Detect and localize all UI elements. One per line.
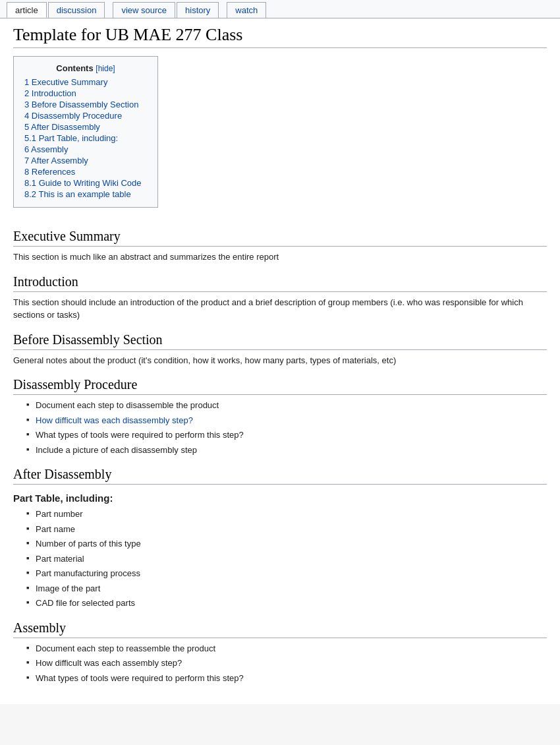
tab-history[interactable]: history (177, 2, 219, 18)
toc-link-8-2[interactable]: 8.2 This is an example table (24, 189, 131, 199)
toc-item-8-2: 8.2 This is an example table (24, 189, 147, 199)
toc-list: 1 Executive Summary 2 Introduction 3 Bef… (24, 77, 147, 199)
before-disassembly-body: General notes about the product (it's co… (13, 354, 547, 367)
executive-summary-body: This section is much like an abstract an… (13, 251, 547, 264)
section-heading-disassembly-procedure: Disassembly Procedure (13, 377, 547, 395)
toc-item-5: 5 After Disassembly (24, 122, 147, 132)
list-item: Include a picture of each disassembly st… (26, 444, 547, 457)
toc-item-8-1: 8.1 Guide to Writing Wiki Code (24, 178, 147, 188)
toc-link-1[interactable]: 1 Executive Summary (24, 77, 107, 87)
tab-watch[interactable]: watch (227, 2, 266, 18)
toc-link-8[interactable]: 8 References (24, 167, 75, 177)
tab-discussion[interactable]: discussion (48, 2, 105, 18)
list-item: How difficult was each assembly step? (26, 657, 547, 670)
disassembly-bullets: Document each step to disassemble the pr… (26, 399, 547, 456)
tabs-bar: article discussion view source history w… (0, 0, 560, 18)
toc-title: Contents [hide] (24, 63, 147, 73)
toc-link-7[interactable]: 7 After Assembly (24, 156, 88, 165)
list-item: Part name (26, 523, 547, 536)
list-item: What types of tools were required to per… (26, 429, 547, 442)
list-item: Part number (26, 508, 547, 521)
tab-view-source[interactable]: view source (113, 2, 175, 18)
list-item: Part manufacturing process (26, 567, 547, 580)
toc-item-3: 3 Before Disassembly Section (24, 100, 147, 109)
toc-link-8-1[interactable]: 8.1 Guide to Writing Wiki Code (24, 178, 142, 188)
section-heading-after-disassembly: After Disassembly (13, 467, 547, 485)
toc-hide-link[interactable]: [hide] (96, 64, 115, 73)
part-table-bullets: Part number Part name Number of parts of… (26, 508, 547, 610)
toc-title-text: Contents (56, 63, 93, 73)
list-item: Image of the part (26, 582, 547, 595)
toc-item-2: 2 Introduction (24, 88, 147, 98)
introduction-body: This section should include an introduct… (13, 296, 547, 322)
assembly-bullets: Document each step to reassemble the pro… (26, 642, 547, 685)
toc-link-5[interactable]: 5 After Disassembly (24, 122, 100, 132)
toc-link-4[interactable]: 4 Disassembly Procedure (24, 111, 122, 121)
section-heading-assembly: Assembly (13, 620, 547, 638)
section-heading-executive-summary: Executive Summary (13, 229, 547, 247)
section-heading-introduction: Introduction (13, 274, 547, 292)
toc-link-3[interactable]: 3 Before Disassembly Section (24, 100, 138, 109)
list-item: How difficult was each disassembly step? (26, 414, 547, 427)
toc-item-1: 1 Executive Summary (24, 77, 147, 87)
disassembly-link-difficulty[interactable]: How difficult was each disassembly step? (36, 415, 193, 425)
list-item: Part material (26, 552, 547, 566)
toc-link-2[interactable]: 2 Introduction (24, 88, 76, 98)
list-item: Document each step to disassemble the pr… (26, 399, 547, 412)
list-item: CAD file for selected parts (26, 597, 547, 610)
toc-item-5-1: 5.1 Part Table, including: (24, 133, 147, 143)
toc-link-6[interactable]: 6 Assembly (24, 144, 68, 154)
section-heading-before-disassembly: Before Disassembly Section (13, 332, 547, 350)
toc-item-6: 6 Assembly (24, 144, 147, 154)
page-content: Template for UB MAE 277 Class Contents [… (0, 18, 560, 704)
list-item: Number of parts of this type (26, 537, 547, 551)
toc-item-4: 4 Disassembly Procedure (24, 111, 147, 121)
list-item: What types of tools were required to per… (26, 672, 547, 685)
toc-link-5-1[interactable]: 5.1 Part Table, including: (24, 133, 118, 143)
page-title: Template for UB MAE 277 Class (13, 25, 547, 48)
list-item: Document each step to reassemble the pro… (26, 642, 547, 655)
toc-item-7: 7 After Assembly (24, 156, 147, 165)
toc-item-8: 8 References (24, 167, 147, 177)
tab-article[interactable]: article (7, 2, 47, 18)
sub-heading-part-table: Part Table, including: (13, 492, 547, 504)
toc-box: Contents [hide] 1 Executive Summary 2 In… (13, 56, 158, 208)
